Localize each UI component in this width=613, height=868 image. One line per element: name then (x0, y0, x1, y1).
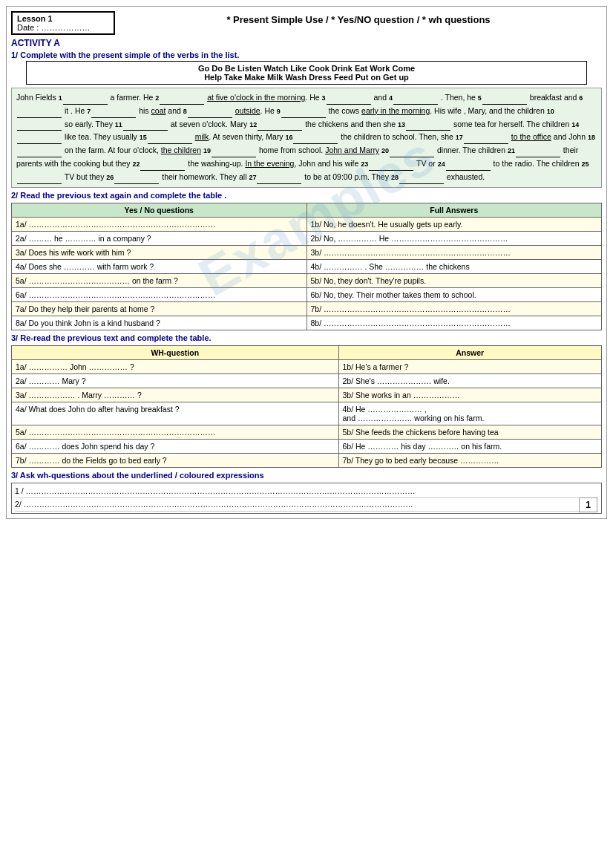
page-number: 1 (579, 497, 597, 512)
ask-section: 1 / ………………………………………………………………………………………………… (11, 483, 602, 514)
ask-line-2: 2/ …………………………………………………………………………………………………… (15, 498, 598, 512)
wh-answer-cell: 4b/ He ………………… , and ………………… working on … (338, 402, 602, 425)
wh-answer-cell: 3b/ She works in an ……………… (338, 388, 602, 402)
word-row-1: Go Do Be Listen Watch Like Cook Drink Ea… (33, 64, 580, 73)
question-cell: 7a/ Do they help their parents at home ? (12, 301, 307, 316)
section2-title: 2/ Read the previous text again and comp… (11, 191, 602, 200)
wh-answer-cell: 2b/ She's ………………… wife. (338, 373, 602, 388)
wh-answer-cell: 1b/ He's a farmer ? (338, 359, 602, 373)
section3-table-container: WH-question Answer 1a/ …………… John …………… … (11, 345, 602, 468)
section1-title: 1/ Complete with the present simple of t… (11, 50, 602, 59)
table-row: 5a/ ………………………………………………………………5b/ She feed… (12, 425, 602, 439)
wh-col1-header: WH-question (12, 345, 339, 359)
wh-question-cell: 3a/ ……………… . Marry ………… ? (12, 388, 339, 402)
question-cell: 4a/ Does she ………… with farm work ? (12, 259, 307, 273)
table-row: 3a/ Does his wife work with him ?3b/ ………… (12, 245, 602, 259)
word-row-2: Help Take Make Milk Wash Dress Feed Put … (33, 73, 580, 82)
answer-cell: 2b/ No, …………… He ……………………………………… (306, 231, 602, 245)
wh-answer-cell: 5b/ She feeds the chickens before having… (338, 425, 602, 439)
wh-answer-cell: 6b/ He ………… his day ………… on his farm. (338, 439, 602, 453)
header-title: * Present Simple Use / * Yes/NO question… (115, 11, 602, 35)
yes-no-table: Yes / No questions Full Answers 1a/ …………… (11, 203, 602, 330)
word-list: Go Do Be Listen Watch Like Cook Drink Ea… (26, 61, 587, 85)
section2-table-container: Yes / No questions Full Answers 1a/ …………… (11, 203, 602, 330)
table-row: 4a/ What does John do after having break… (12, 402, 602, 425)
answer-cell: 6b/ No, they. Their mother takes them to… (306, 287, 602, 301)
answer-cell: 7b/ ……………………………………………………………… (306, 301, 602, 316)
table-row: 8a/ Do you think John is a kind husband … (12, 316, 602, 330)
table-row: 7a/ Do they help their parents at home ?… (12, 301, 602, 316)
wh-question-cell: 5a/ ……………………………………………………………… (12, 425, 339, 439)
table-row: 6a/ ………… does John spend his day ?6b/ He… (12, 439, 602, 453)
answer-cell: 4b/ …………… . She …………… the chickens (306, 259, 602, 273)
main-text: John Fields 1 a farmer. He 2 at five o'c… (11, 88, 602, 188)
table-row: 4a/ Does she ………… with farm work ?4b/ ……… (12, 259, 602, 273)
lesson-label: Lesson 1 (17, 14, 109, 23)
table-row: 6a/ ………………………………………………………………6b/ No, they… (12, 287, 602, 301)
wh-question-cell: 4a/ What does John do after having break… (12, 402, 339, 425)
wh-col2-header: Answer (338, 345, 602, 359)
question-cell: 1a/ ……………………………………………………………… (12, 217, 307, 231)
question-cell: 6a/ ……………………………………………………………… (12, 287, 307, 301)
answer-cell: 1b/ No, he doesn't. He usually gets up e… (306, 217, 602, 231)
wh-table: WH-question Answer 1a/ …………… John …………… … (11, 345, 602, 468)
col2-header: Full Answers (306, 203, 602, 217)
question-cell: 3a/ Does his wife work with him ? (12, 245, 307, 259)
table-row: 2a/ ………… Mary ?2b/ She's ………………… wife. (12, 373, 602, 388)
section3-title: 3/ Re-read the previous text and complet… (11, 333, 602, 342)
answer-cell: 5b/ No, they don't. They're pupils. (306, 273, 602, 287)
lesson-date-box: Lesson 1 Date : ……………… (11, 11, 115, 35)
header-row: Lesson 1 Date : ……………… * Present Simple … (11, 11, 602, 35)
question-cell: 8a/ Do you think John is a kind husband … (12, 316, 307, 330)
worksheet-page: Examples Lesson 1 Date : ……………… * Presen… (6, 6, 607, 519)
wh-question-cell: 1a/ …………… John …………… ? (12, 359, 339, 373)
date-label: Date : ……………… (17, 23, 109, 32)
answer-cell: 8b/ ……………………………………………………………… (306, 316, 602, 330)
wh-question-cell: 7b/ ………… do the Fields go to bed early ? (12, 453, 339, 467)
activity-title: ACTIVITY A (11, 38, 602, 48)
table-row: 5a/ ………………………………… on the farm ?5b/ No, t… (12, 273, 602, 287)
answer-cell: 3b/ ……………………………………………………………… (306, 245, 602, 259)
question-cell: 5a/ ………………………………… on the farm ? (12, 273, 307, 287)
ask-line-1: 1 / ………………………………………………………………………………………………… (15, 485, 598, 498)
wh-answer-cell: 7b/ They go to bed early because …………… (338, 453, 602, 467)
table-row: 1a/ ………………………………………………………………1b/ No, he d… (12, 217, 602, 231)
section4-title: 3/ Ask wh-questions about the underlined… (11, 471, 602, 480)
table-row: 1a/ …………… John …………… ?1b/ He's a farmer … (12, 359, 602, 373)
table-row: 2a/ ……… he ………… in a company ?2b/ No, ……… (12, 231, 602, 245)
table-row: 3a/ ……………… . Marry ………… ?3b/ She works i… (12, 388, 602, 402)
table-row: 7b/ ………… do the Fields go to bed early ?… (12, 453, 602, 467)
question-cell: 2a/ ……… he ………… in a company ? (12, 231, 307, 245)
col1-header: Yes / No questions (12, 203, 307, 217)
wh-question-cell: 2a/ ………… Mary ? (12, 373, 339, 388)
wh-question-cell: 6a/ ………… does John spend his day ? (12, 439, 339, 453)
